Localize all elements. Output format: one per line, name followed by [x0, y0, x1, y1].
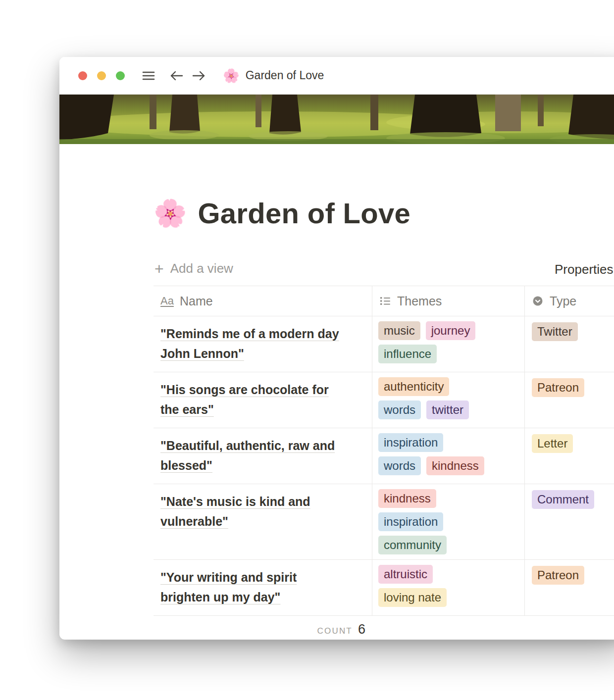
column-label-name: Name	[180, 294, 213, 308]
page-icon[interactable]: 🌸	[154, 200, 187, 226]
titlebar-title: Garden of Love	[246, 69, 324, 82]
tag-words[interactable]: words	[378, 400, 421, 419]
table-header: Aa Name Themes Type	[154, 286, 614, 316]
count-value: 6	[358, 622, 365, 637]
plus-icon: +	[154, 262, 164, 275]
tag-Patreon[interactable]: Patreon	[532, 566, 584, 585]
column-label-type: Type	[550, 294, 576, 308]
tag-community[interactable]: community	[378, 536, 447, 554]
row-name-cell[interactable]: "His songs are chocolate for the ears"	[154, 372, 372, 428]
tag-kindness[interactable]: kindness	[378, 489, 436, 508]
tag-influence[interactable]: influence	[378, 345, 437, 363]
column-label-themes: Themes	[397, 294, 442, 308]
traffic-lights	[78, 71, 125, 80]
row-type-cell[interactable]: Patreon	[525, 560, 614, 615]
tag-kindness[interactable]: kindness	[426, 456, 484, 475]
tag-words[interactable]: words	[378, 456, 421, 475]
table-row[interactable]: "His songs are chocolate for the ears" a…	[154, 372, 614, 428]
page-content: 🌸 Garden of Love + Add a view Properties…	[59, 196, 614, 640]
close-button[interactable]	[78, 71, 87, 80]
tag-altruistic[interactable]: altruistic	[378, 565, 433, 584]
row-type-cell[interactable]: Letter	[525, 428, 614, 484]
row-name-link[interactable]: "Reminds me of a modern day John Lennon"	[160, 327, 339, 360]
row-name-cell[interactable]: "Nate's music is kind and vulnerable"	[154, 484, 372, 559]
zoom-button[interactable]	[116, 71, 125, 80]
tag-music[interactable]: music	[378, 321, 420, 340]
page-title[interactable]: Garden of Love	[198, 197, 410, 230]
table-footer: COUNT 6	[154, 616, 614, 640]
tag-loving-nate[interactable]: loving nate	[378, 588, 447, 607]
row-type-cell[interactable]: Twitter	[525, 316, 614, 372]
tag-Patreon[interactable]: Patreon	[532, 378, 584, 397]
row-themes-cell[interactable]: musicjourneyinfluence	[372, 316, 525, 372]
database-table: Aa Name Themes Type "Remin	[154, 286, 614, 640]
row-themes-cell[interactable]: authenticitywordstwitter	[372, 372, 525, 428]
tag-authenticity[interactable]: authenticity	[378, 377, 449, 396]
table-row[interactable]: "Your writing and spirit brighten up my …	[154, 560, 614, 616]
view-toolbar: + Add a view Properties	[154, 259, 614, 282]
forward-arrow-icon[interactable]	[190, 68, 207, 84]
table-row[interactable]: "Nate's music is kind and vulnerable" ki…	[154, 484, 614, 560]
page-header: 🌸 Garden of Love	[154, 196, 614, 230]
row-themes-cell[interactable]: inspirationwordskindness	[372, 428, 525, 484]
titlebar: 🌸 Garden of Love	[59, 57, 614, 95]
add-view-button[interactable]: + Add a view	[154, 261, 233, 276]
row-name-link[interactable]: "Beautiful, authentic, raw and blessed"	[160, 439, 335, 472]
tag-inspiration[interactable]: inspiration	[378, 433, 443, 452]
row-type-cell[interactable]: Patreon	[525, 372, 614, 428]
app-window: 🌸 Garden of Love	[59, 57, 614, 640]
tag-Letter[interactable]: Letter	[532, 434, 573, 453]
table-row[interactable]: "Reminds me of a modern day John Lennon"…	[154, 316, 614, 372]
column-header-themes[interactable]: Themes	[372, 286, 525, 316]
column-header-type[interactable]: Type	[525, 286, 614, 316]
tag-Comment[interactable]: Comment	[532, 490, 594, 509]
row-type-cell[interactable]: Comment	[525, 484, 614, 559]
row-themes-cell[interactable]: altruisticloving nate	[372, 560, 525, 615]
select-icon	[532, 295, 544, 307]
back-arrow-icon[interactable]	[168, 68, 185, 84]
count-calculation[interactable]: COUNT 6	[154, 616, 372, 640]
list-icon	[379, 295, 391, 307]
row-name-link[interactable]: "His songs are chocolate for the ears"	[160, 383, 329, 416]
row-themes-cell[interactable]: kindnessinspirationcommunity	[372, 484, 525, 559]
row-name-link[interactable]: "Nate's music is kind and vulnerable"	[160, 495, 310, 528]
tag-inspiration[interactable]: inspiration	[378, 512, 443, 531]
text-icon: Aa	[160, 295, 174, 307]
table-row[interactable]: "Beautiful, authentic, raw and blessed" …	[154, 428, 614, 484]
page-emoji-icon: 🌸	[223, 68, 240, 84]
tag-twitter[interactable]: twitter	[426, 400, 469, 419]
tag-journey[interactable]: journey	[426, 321, 476, 340]
row-name-cell[interactable]: "Beautiful, authentic, raw and blessed"	[154, 428, 372, 484]
row-name-cell[interactable]: "Your writing and spirit brighten up my …	[154, 560, 372, 615]
column-header-name[interactable]: Aa Name	[154, 286, 372, 316]
add-view-label: Add a view	[170, 261, 233, 276]
row-name-link[interactable]: "Your writing and spirit brighten up my …	[160, 570, 297, 604]
cover-image	[59, 95, 614, 144]
row-name-cell[interactable]: "Reminds me of a modern day John Lennon"	[154, 316, 372, 372]
minimize-button[interactable]	[97, 71, 106, 80]
count-label: COUNT	[317, 626, 353, 636]
forest-cover-illustration	[59, 95, 614, 144]
properties-button[interactable]: Properties	[555, 262, 614, 277]
table-body: "Reminds me of a modern day John Lennon"…	[154, 316, 614, 616]
menu-icon[interactable]	[141, 68, 156, 84]
tag-Twitter[interactable]: Twitter	[532, 322, 578, 341]
